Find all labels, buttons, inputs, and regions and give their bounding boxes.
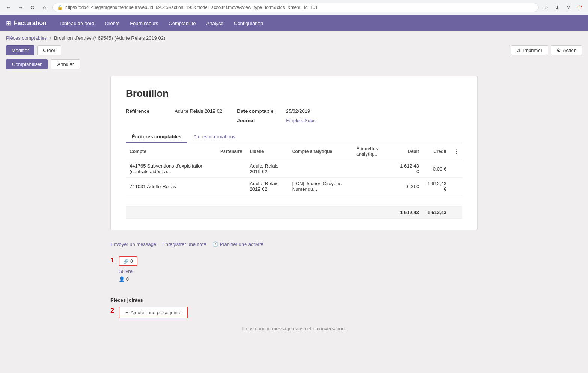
bottom-section: Envoyer un message Enregistrer une note … xyxy=(110,234,478,339)
row2-partenaire xyxy=(216,178,246,195)
follow-link[interactable]: Suivre xyxy=(119,268,137,274)
annotation-2: 2 xyxy=(110,307,114,315)
schedule-activity-button[interactable]: 🕐 Planifier une activité xyxy=(212,241,263,247)
bookmark-icon[interactable]: ☆ xyxy=(542,4,550,11)
journal-label: Journal xyxy=(237,118,282,123)
modifier-button[interactable]: Modifier xyxy=(6,45,34,55)
back-button[interactable]: ← xyxy=(4,3,13,12)
col-libelle: Libellé xyxy=(246,143,288,160)
action-label: Action xyxy=(563,48,576,53)
row1-actions xyxy=(450,160,462,178)
print-icon: 🖨 xyxy=(516,48,521,53)
follow-count-button[interactable]: 🔗 0 xyxy=(119,256,137,266)
page-content: Pièces comptables / Brouillon d'entrée (… xyxy=(0,31,588,339)
breadcrumb-parent[interactable]: Pièces comptables xyxy=(6,35,47,41)
no-message-text: Il n'y a aucun message dans cette conver… xyxy=(110,326,478,331)
left-fields: Référence Adulte Relais 2019 02 xyxy=(126,108,222,123)
total-spacer xyxy=(126,207,395,219)
fields-row: Référence Adulte Relais 2019 02 Date com… xyxy=(126,108,462,123)
toolbar: Modifier Créer 🖨 Imprimer ⚙ Action xyxy=(0,43,588,59)
annotation-1: 1 xyxy=(110,256,114,264)
col-debit: Débit xyxy=(395,143,423,160)
row2-etiquettes xyxy=(352,178,395,195)
imprimer-button[interactable]: 🖨 Imprimer xyxy=(511,45,548,55)
nav-fournisseurs[interactable]: Fournisseurs xyxy=(125,15,163,31)
download-icon[interactable]: ⬇ xyxy=(554,4,561,11)
col-etiquettes: Étiquettes analytiq... xyxy=(352,143,395,160)
journal-row: Journal Emplois Subs xyxy=(237,118,315,123)
action-button[interactable]: ⚙ Action xyxy=(551,45,582,55)
forward-button[interactable]: → xyxy=(16,3,25,12)
row2-compte: 741031 Adulte-Relais xyxy=(126,178,216,195)
reference-row: Référence Adulte Relais 2019 02 xyxy=(126,108,222,114)
record-status: Brouillon xyxy=(126,88,462,99)
col-credit: Crédit xyxy=(423,143,450,160)
home-button[interactable]: ⌂ xyxy=(40,3,49,12)
row1-compte: 441765 Subventions d'exploitation (contr… xyxy=(126,160,216,178)
col-partenaire: Partenaire xyxy=(216,143,246,160)
total-actions xyxy=(450,207,462,219)
comptabiliser-button[interactable]: Comptabiliser xyxy=(6,59,48,69)
pieces-jointes-label: Pièces jointes xyxy=(110,297,478,303)
paperclip-icon: 🔗 xyxy=(123,259,129,264)
breadcrumb-separator: / xyxy=(50,35,51,41)
nav-analyse[interactable]: Analyse xyxy=(201,15,229,31)
extensions-icon[interactable]: 🛡 xyxy=(576,4,584,11)
row2-compte-analytique: [JCN] Jeunes Citoyens Numériqu... xyxy=(288,178,352,195)
table-total-row: 1 612,43 1 612,43 xyxy=(126,207,462,219)
app-title: Facturation xyxy=(14,20,46,27)
nav-comptabilite[interactable]: Comptabilité xyxy=(163,15,201,31)
browser-chrome: ← → ↻ ⌂ 🔒 https://odoo14.legaragenumeriq… xyxy=(0,0,588,15)
add-attachment-button[interactable]: + Ajouter une pièce jointe xyxy=(119,307,188,318)
address-bar[interactable]: 🔒 https://odoo14.legaragenumerique.fr/we… xyxy=(52,3,539,12)
table-row: 741031 Adulte-Relais Adulte Relais 2019 … xyxy=(126,178,462,195)
separator xyxy=(110,292,478,293)
log-note-button[interactable]: Enregistrer une note xyxy=(162,241,206,247)
app-menu: Tableau de bord Clients Fournisseurs Com… xyxy=(54,15,268,31)
lock-icon: 🔒 xyxy=(57,5,63,10)
empty-row xyxy=(126,195,462,207)
tab-autres-informations[interactable]: Autres informations xyxy=(187,131,241,143)
table-row: 441765 Subventions d'exploitation (contr… xyxy=(126,160,462,178)
nav-configuration[interactable]: Configuration xyxy=(229,15,268,31)
follow-btn-wrapper: 🔗 0 Suivre 👤 0 xyxy=(119,256,137,288)
row1-partenaire xyxy=(216,160,246,178)
profile-icon[interactable]: M xyxy=(565,4,572,11)
nav-clients[interactable]: Clients xyxy=(99,15,125,31)
imprimer-label: Imprimer xyxy=(523,48,542,53)
col-compte: Compte xyxy=(126,143,216,160)
row2-libelle: Adulte Relais 2019 02 xyxy=(246,178,288,195)
col-compte-analytique: Compte analytique xyxy=(288,143,352,160)
row1-libelle: Adulte Relais 2019 02 xyxy=(246,160,288,178)
send-message-button[interactable]: Envoyer un message xyxy=(110,241,156,247)
row1-compte-analytique xyxy=(288,160,352,178)
date-comptable-row: Date comptable 25/02/2019 xyxy=(237,108,315,114)
follow-count: 0 xyxy=(130,259,133,264)
creer-button[interactable]: Créer xyxy=(37,45,61,55)
date-comptable-value: 25/02/2019 xyxy=(286,108,310,114)
journal-value[interactable]: Emplois Subs xyxy=(286,118,315,123)
plus-icon: + xyxy=(125,310,128,315)
toolbar2: Comptabiliser Annuler xyxy=(0,59,588,72)
annuler-button[interactable]: Annuler xyxy=(51,59,80,69)
breadcrumb-current: Brouillon d'entrée (* 69545) (Adulte Rel… xyxy=(54,35,165,41)
reference-value: Adulte Relais 2019 02 xyxy=(175,108,222,114)
row2-actions xyxy=(450,178,462,195)
total-debit: 1 612,43 xyxy=(395,207,423,219)
nav-tableau-de-bord[interactable]: Tableau de bord xyxy=(54,15,99,31)
url-text: https://odoo14.legaragenumerique.fr/web#… xyxy=(65,5,318,10)
add-attachment-label: Ajouter une pièce jointe xyxy=(131,310,182,315)
chatter-actions: Envoyer un message Enregistrer une note … xyxy=(110,241,478,250)
grid-icon: ⊞ xyxy=(6,20,11,27)
tab-ecritures-comptables[interactable]: Écritures comptables xyxy=(126,131,187,143)
refresh-button[interactable]: ↻ xyxy=(28,3,37,12)
row1-etiquettes xyxy=(352,160,395,178)
followers-number: 0 xyxy=(126,276,129,282)
reference-label: Référence xyxy=(126,108,171,114)
gear-icon: ⚙ xyxy=(557,48,561,53)
main-card: Brouillon Référence Adulte Relais 2019 0… xyxy=(110,76,478,230)
row1-credit: 0,00 € xyxy=(423,160,450,178)
app-logo[interactable]: ⊞ Facturation xyxy=(6,20,46,27)
right-fields: Date comptable 25/02/2019 Journal Emploi… xyxy=(237,108,315,123)
followers-count: 👤 0 xyxy=(119,276,137,282)
